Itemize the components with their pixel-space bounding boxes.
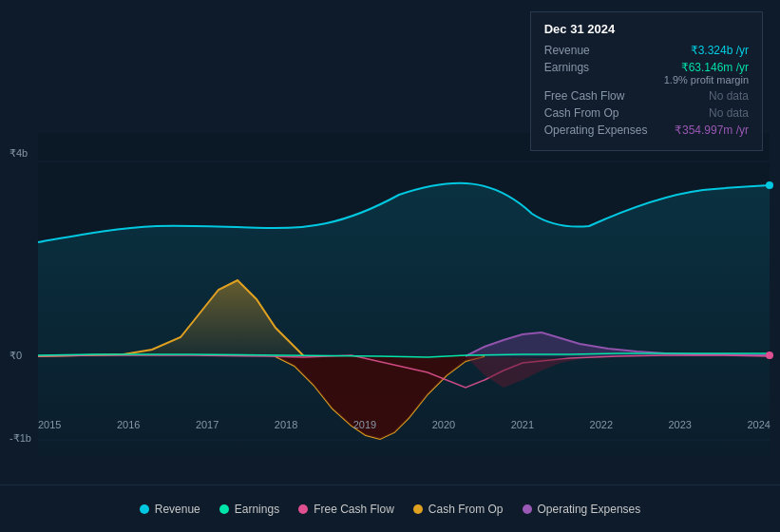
tooltip-row-cashfromop: Cash From Op No data <box>544 106 749 120</box>
tooltip-row-fcf: Free Cash Flow No data <box>544 89 749 103</box>
x-axis-labels: 2015 2016 2017 2018 2019 2020 2021 2022 … <box>38 419 770 430</box>
svg-point-6 <box>766 352 773 359</box>
legend-dot-earnings <box>219 504 229 514</box>
tooltip-value-earnings: ₹63.146m /yr <box>664 61 749 74</box>
legend-item-fcf[interactable]: Free Cash Flow <box>298 503 394 516</box>
tooltip-sub-earnings: 1.9% profit margin <box>664 74 749 86</box>
tooltip-label-earnings: Earnings <box>544 61 649 74</box>
tooltip-row-opex: Operating Expenses ₹354.997m /yr <box>544 124 749 137</box>
x-label-2024: 2024 <box>747 419 770 430</box>
chart-area: ₹4b ₹0 -₹1b 2015 2016 2017 2018 2019 202… <box>0 0 780 484</box>
tooltip-label-opex: Operating Expenses <box>544 124 649 137</box>
legend-label-earnings: Earnings <box>235 503 279 516</box>
legend-label-fcf: Free Cash Flow <box>314 503 394 516</box>
x-label-2022: 2022 <box>590 419 613 430</box>
legend-label-opex: Operating Expenses <box>538 503 641 516</box>
x-label-2018: 2018 <box>275 419 297 430</box>
legend-label-revenue: Revenue <box>155 503 200 516</box>
tooltip-label-revenue: Revenue <box>544 44 649 57</box>
svg-point-5 <box>766 181 773 189</box>
x-label-2020: 2020 <box>432 419 455 430</box>
tooltip-box: Dec 31 2024 Revenue ₹3.324b /yr Earnings… <box>530 11 763 151</box>
legend-bar: Revenue Earnings Free Cash Flow Cash Fro… <box>0 484 780 532</box>
legend-label-cashfromop: Cash From Op <box>428 503 504 516</box>
legend-dot-cashfromop <box>413 504 423 514</box>
x-label-2019: 2019 <box>353 419 376 430</box>
y-label-mid: ₹0 <box>10 350 22 362</box>
x-label-2017: 2017 <box>196 419 219 430</box>
legend-dot-revenue <box>140 504 149 514</box>
tooltip-value-opex: ₹354.997m /yr <box>675 124 749 137</box>
tooltip-value-fcf: No data <box>709 89 749 103</box>
tooltip-row-revenue: Revenue ₹3.324b /yr <box>544 44 749 57</box>
legend-item-cashfromop[interactable]: Cash From Op <box>413 503 504 516</box>
x-label-2021: 2021 <box>511 419 534 430</box>
legend-item-revenue[interactable]: Revenue <box>140 503 200 516</box>
x-label-2015: 2015 <box>38 419 61 430</box>
tooltip-label-fcf: Free Cash Flow <box>544 89 649 103</box>
y-label-top: ₹4b <box>10 147 28 160</box>
tooltip-label-cashfromop: Cash From Op <box>544 106 649 120</box>
legend-dot-fcf <box>298 504 308 514</box>
tooltip-row-earnings: Earnings ₹63.146m /yr 1.9% profit margin <box>544 61 749 86</box>
legend-item-earnings[interactable]: Earnings <box>219 503 279 516</box>
x-label-2023: 2023 <box>669 419 692 430</box>
tooltip-date: Dec 31 2024 <box>544 22 749 36</box>
x-label-2016: 2016 <box>117 419 140 430</box>
tooltip-value-cashfromop: No data <box>709 106 749 120</box>
y-label-bot: -₹1b <box>10 432 31 445</box>
legend-item-opex[interactable]: Operating Expenses <box>523 503 641 516</box>
tooltip-value-revenue: ₹3.324b /yr <box>691 44 749 57</box>
legend-dot-opex <box>523 504 532 514</box>
